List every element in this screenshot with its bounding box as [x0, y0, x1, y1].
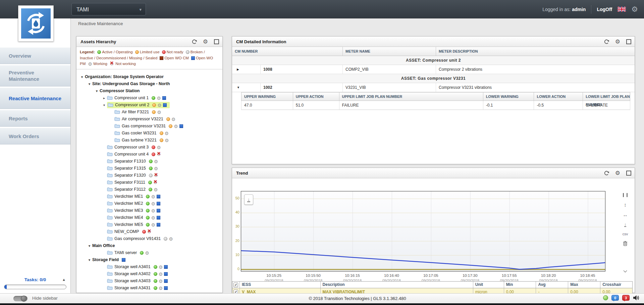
tree-expand-open-icon[interactable]: ▾: [87, 242, 92, 249]
tree-item[interactable]: ▾Organization: Storage System Operator: [76, 73, 222, 80]
pause-icon[interactable]: [623, 193, 628, 197]
speaker-icon[interactable]: [633, 295, 639, 301]
app-selector-dropdown[interactable]: TAMI ▾: [71, 3, 146, 15]
chevron-down-icon[interactable]: [623, 270, 627, 273]
maximize-icon[interactable]: [214, 39, 219, 44]
trash-icon[interactable]: [623, 241, 628, 246]
logged-in-text: Logged in as: admin: [542, 7, 586, 12]
limits-column-header: LOWER LIMIT JOB PLAN NUMBER: [583, 93, 630, 101]
cm-table-row[interactable]: ▶1008COMP2_VIBCompressor 2 vibrations: [232, 65, 635, 74]
tree-item[interactable]: ▾Compressor unit 2⚙: [76, 102, 222, 109]
tree-item-status-icons: [122, 257, 127, 262]
sidebar-item-work-orders[interactable]: Work Orders: [0, 128, 70, 144]
trend-panel-header: Trend ⚙: [232, 168, 635, 178]
not-working-gear-icon: ⚙×: [153, 180, 158, 185]
cm-table-row[interactable]: ▼1002V3231_VIBCompressor V3231 vibration…: [232, 83, 635, 92]
tree-item[interactable]: ▾Site: Underground Gas Storage - North: [76, 80, 222, 87]
tree-item[interactable]: ▸Compressor unit 1⚙: [76, 95, 222, 102]
logoff-button[interactable]: LogOff: [597, 7, 612, 12]
csv-export-button[interactable]: csv: [623, 232, 628, 236]
tree-expand-open-icon[interactable]: ▾: [102, 102, 106, 109]
working-gear-icon: ⚙: [171, 117, 176, 122]
tree-item[interactable]: Storage well A3401⚙: [76, 263, 222, 270]
app-logo: [18, 5, 54, 42]
tree-expand-open-icon[interactable]: ▾: [87, 256, 92, 263]
red-status-icon: [162, 50, 166, 54]
open-wo-pm-icon: [164, 286, 168, 290]
alert-notifications-badge[interactable]: 3: [622, 295, 630, 301]
download-icon[interactable]: ↓: [624, 222, 626, 227]
tree-item[interactable]: Gas compressor V3231⚙: [76, 123, 222, 130]
footer-badges: 0 3: [603, 295, 639, 301]
sidebar-item-overview[interactable]: Overview: [0, 47, 70, 64]
x-tick-time: 10:17:05: [416, 273, 446, 278]
maximize-icon[interactable]: [626, 39, 631, 44]
tree-item[interactable]: Separator F1320⚙×: [76, 172, 222, 179]
tree-item-label: Verdichter ME4: [114, 215, 143, 220]
tree-item[interactable]: Verdichter ME5⚙: [76, 221, 222, 228]
tasks-collapse-triangle-icon[interactable]: ▲: [62, 278, 66, 282]
tree-item[interactable]: Storage well A3432⚙: [76, 292, 222, 293]
green-status-icon: [148, 181, 152, 184]
tree-expand-open-icon[interactable]: ▾: [87, 80, 92, 87]
sidebar-item-reports[interactable]: Reports: [0, 110, 70, 127]
tree-expand-closed-icon[interactable]: ▸: [102, 95, 106, 102]
assets-tree: ▾Organization: Storage System Operator▾S…: [76, 69, 222, 293]
green-status-icon: [152, 96, 155, 100]
chart-download-button[interactable]: ↓: [244, 194, 253, 205]
tree-item[interactable]: NEW_COMP⚙×: [76, 228, 222, 235]
green-status-icon: [146, 202, 150, 205]
tree-item[interactable]: ▾Compressor Station: [76, 87, 222, 95]
tree-expand-open-icon[interactable]: ▾: [80, 73, 84, 80]
refresh-icon[interactable]: [192, 39, 197, 44]
tree-item[interactable]: Verdichter ME2⚙: [76, 200, 222, 207]
tree-item[interactable]: Verdichter ME4⚙: [76, 214, 222, 221]
tree-item[interactable]: Air filter F3221⚙: [76, 109, 222, 116]
info-notifications-badge[interactable]: 0: [611, 295, 619, 301]
language-flag-icon[interactable]: [618, 7, 626, 12]
tree-item[interactable]: Separator F3112⚙: [76, 186, 222, 193]
working-gear-icon: ⚙: [88, 62, 92, 66]
trend-chart-plot[interactable]: ↓: [241, 191, 605, 271]
tree-item[interactable]: Air compressor V3221⚙: [76, 116, 222, 123]
tree-item[interactable]: Separator F1310⚙: [76, 158, 222, 165]
folder-icon: [114, 130, 120, 135]
hide-sidebar-toggle[interactable]: [13, 296, 28, 301]
expand-vertical-icon[interactable]: ↕: [624, 202, 627, 207]
cm-column-header: CM NUMBER: [232, 47, 343, 56]
tree-item[interactable]: Storage well A3403⚙: [76, 278, 222, 285]
panel-gear-icon[interactable]: ⚙: [203, 39, 208, 45]
select-all-checkbox[interactable]: ✓: [233, 283, 238, 287]
tree-item[interactable]: Verdichter ME1⚙: [76, 193, 222, 200]
legend-item: Limited use: [135, 50, 160, 54]
tree-item[interactable]: Gas cooler W3231⚙: [76, 130, 222, 137]
app-root: TAMI ▾ Logged in as: admin LogOff ⚙: [0, 0, 644, 305]
tree-item[interactable]: Storage well A3402⚙: [76, 270, 222, 278]
tree-item[interactable]: Separator F3111⚙×: [76, 179, 222, 186]
tree-item[interactable]: Compressor unit 3⚙: [76, 144, 222, 151]
tree-item[interactable]: Compressor unit 4⚙×: [76, 151, 222, 158]
folder-icon: [107, 229, 113, 233]
refresh-icon[interactable]: [604, 171, 609, 176]
tree-item[interactable]: Storage well A3431⚙: [76, 285, 222, 292]
expand-horizontal-icon[interactable]: ↔: [623, 212, 628, 217]
tree-item[interactable]: ▾Storage Field: [76, 256, 222, 263]
tree-item[interactable]: Separator F1315⚙: [76, 165, 222, 172]
sidebar-item-preventive-maintenance[interactable]: Preventive Maintenance: [0, 65, 70, 86]
sidebar-item-reactive-maintenance[interactable]: Reactive Maintenance: [0, 87, 70, 109]
tree-item[interactable]: ▾Main Office: [76, 242, 222, 249]
orange-status-icon: [152, 110, 156, 114]
panel-gear-icon[interactable]: ⚙: [615, 170, 620, 176]
tree-item[interactable]: TAMI server⚙: [76, 249, 222, 256]
tree-item[interactable]: Verdichter ME3⚙: [76, 207, 222, 214]
row-collapse-icon[interactable]: ▼: [232, 83, 261, 92]
tree-item[interactable]: Gas compressor V91431⚙: [76, 235, 222, 242]
refresh-icon[interactable]: [604, 39, 609, 44]
settings-gear-icon[interactable]: ⚙: [631, 6, 638, 13]
tree-expand-open-icon[interactable]: ▾: [95, 87, 99, 95]
maximize-icon[interactable]: [626, 171, 631, 176]
tree-item[interactable]: Gas turbine Y3221⚙: [76, 137, 222, 144]
panel-gear-icon[interactable]: ⚙: [615, 39, 620, 45]
working-gear-icon: ⚙: [154, 187, 158, 192]
row-expand-icon[interactable]: ▶: [232, 65, 261, 74]
